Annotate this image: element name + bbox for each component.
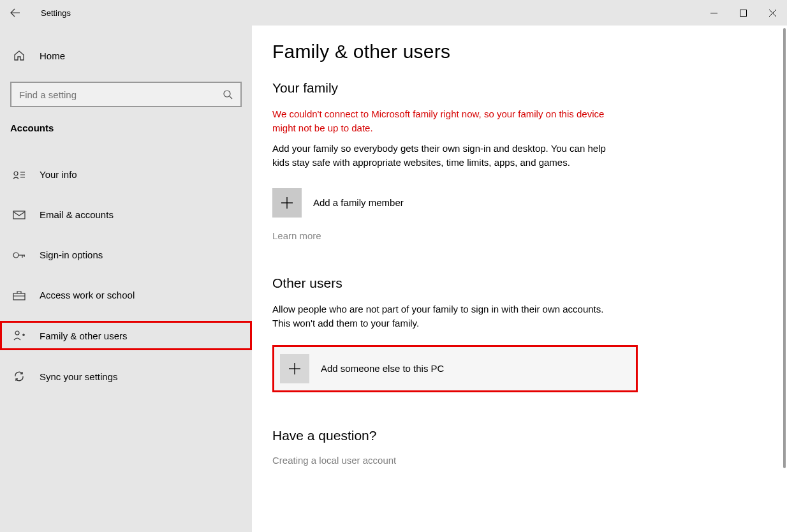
- page-title: Family & other users: [272, 41, 764, 63]
- other-users-heading: Other users: [272, 276, 764, 291]
- scrollbar[interactable]: [783, 28, 786, 468]
- family-description: Add your family so everybody gets their …: [272, 142, 617, 170]
- svg-rect-8: [13, 211, 25, 219]
- briefcase-icon: [13, 290, 26, 300]
- back-button[interactable]: [5, 3, 26, 23]
- sidebar-item-signin-options[interactable]: Sign-in options: [0, 240, 252, 269]
- sidebar-item-family-users[interactable]: Family & other users: [0, 321, 252, 350]
- window-title: Settings: [41, 8, 71, 18]
- family-warning: We couldn't connect to Microsoft family …: [272, 107, 617, 135]
- search-box[interactable]: [10, 82, 242, 107]
- plus-box: [272, 188, 302, 218]
- nav-label: Access work or school: [40, 290, 135, 300]
- maximize-button[interactable]: [728, 0, 758, 26]
- minimize-icon: [710, 10, 717, 17]
- home-nav[interactable]: Home: [0, 43, 252, 68]
- nav-label: Sign-in options: [40, 249, 103, 260]
- svg-point-15: [15, 331, 19, 335]
- key-icon: [13, 250, 26, 260]
- sidebar-item-email-accounts[interactable]: Email & accounts: [0, 200, 252, 229]
- svg-rect-13: [13, 293, 25, 300]
- titlebar: Settings: [0, 0, 787, 26]
- close-icon: [769, 10, 776, 17]
- svg-point-4: [14, 172, 18, 175]
- nav-label: Your info: [40, 169, 77, 180]
- category-heading: Accounts: [0, 122, 252, 138]
- minimize-button[interactable]: [699, 0, 728, 26]
- svg-line-3: [230, 96, 232, 99]
- svg-point-9: [13, 253, 18, 258]
- person-card-icon: [13, 170, 26, 180]
- help-link-create-local-account[interactable]: Creating a local user account: [272, 455, 396, 466]
- nav-label: Sync your settings: [40, 371, 118, 382]
- family-heading: Your family: [272, 80, 764, 96]
- sidebar: Home Accounts Your info Email & accounts…: [0, 26, 252, 532]
- content-area: Family & other users Your family We coul…: [252, 26, 787, 532]
- sync-icon: [13, 371, 25, 382]
- add-family-member-button[interactable]: Add a family member: [272, 184, 764, 221]
- sidebar-item-your-info[interactable]: Your info: [0, 160, 252, 189]
- add-someone-else-button[interactable]: Add someone else to this PC: [272, 345, 638, 392]
- search-icon: [223, 89, 233, 100]
- search-input[interactable]: [19, 89, 223, 100]
- home-icon: [13, 50, 25, 61]
- close-button[interactable]: [758, 0, 787, 26]
- help-heading: Have a question?: [272, 428, 764, 443]
- add-family-label: Add a family member: [313, 197, 404, 208]
- home-label: Home: [40, 50, 65, 61]
- nav-list: Your info Email & accounts Sign-in optio…: [0, 160, 252, 391]
- plus-icon: [288, 362, 302, 376]
- plus-box: [280, 354, 309, 383]
- arrow-left-icon: [10, 8, 20, 18]
- other-users-description: Allow people who are not part of your fa…: [272, 302, 617, 331]
- plus-icon: [280, 196, 294, 210]
- people-icon: [13, 330, 26, 341]
- add-someone-label: Add someone else to this PC: [321, 363, 444, 374]
- svg-rect-1: [740, 10, 746, 16]
- mail-icon: [13, 211, 26, 219]
- nav-label: Family & other users: [40, 330, 128, 341]
- window-controls: [699, 0, 787, 26]
- svg-point-2: [224, 91, 230, 97]
- learn-more-link[interactable]: Learn more: [272, 230, 321, 241]
- nav-label: Email & accounts: [40, 209, 114, 220]
- sidebar-item-sync-settings[interactable]: Sync your settings: [0, 362, 252, 391]
- maximize-icon: [740, 10, 747, 17]
- sidebar-item-access-work[interactable]: Access work or school: [0, 281, 252, 309]
